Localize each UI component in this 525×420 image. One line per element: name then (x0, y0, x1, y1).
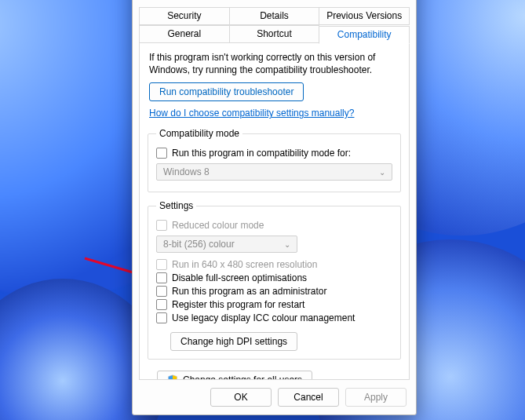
tab-details[interactable]: Details (229, 7, 320, 25)
ok-button[interactable]: OK (210, 388, 272, 407)
properties-dialog: Security Details Previous Versions Gener… (132, 0, 417, 415)
run-troubleshooter-button[interactable]: Run compatibility troubleshooter (149, 82, 304, 101)
change-all-users-button[interactable]: Change settings for all users (157, 371, 312, 380)
apply-button[interactable]: Apply (345, 388, 407, 407)
tab-body: If this program isn't working correctly … (139, 43, 410, 380)
chevron-down-icon: ⌄ (379, 168, 385, 177)
run-640-label: Run in 640 x 480 screen resolution (172, 259, 317, 270)
checkbox-icon (156, 286, 167, 297)
tab-general[interactable]: General (139, 25, 230, 43)
checkbox-icon (156, 272, 167, 283)
shield-icon (167, 374, 178, 380)
checkbox-icon (156, 299, 167, 310)
tab-security[interactable]: Security (139, 7, 230, 25)
register-restart-checkbox[interactable]: Register this program for restart (156, 299, 392, 310)
reduced-colour-checkbox[interactable]: Reduced colour mode (156, 220, 392, 231)
tab-shortcut[interactable]: Shortcut (229, 25, 320, 43)
checkbox-icon (156, 259, 167, 270)
legacy-icc-checkbox[interactable]: Use legacy display ICC colour management (156, 312, 392, 323)
disable-fullscreen-label: Disable full-screen optimisations (172, 272, 307, 283)
run-640-checkbox[interactable]: Run in 640 x 480 screen resolution (156, 259, 392, 270)
chevron-down-icon: ⌄ (284, 240, 290, 249)
settings-group: Settings Reduced colour mode 8-bit (256)… (148, 200, 401, 360)
intro-text: If this program isn't working correctly … (149, 51, 399, 76)
settings-legend: Settings (156, 200, 196, 211)
compat-mode-dropdown[interactable]: Windows 8 ⌄ (156, 163, 392, 181)
tab-strip: Security Details Previous Versions Gener… (139, 7, 410, 43)
reduced-colour-label: Reduced colour mode (172, 220, 264, 231)
compatibility-mode-legend: Compatibility mode (156, 128, 242, 139)
disable-fullscreen-checkbox[interactable]: Disable full-screen optimisations (156, 272, 392, 283)
compat-mode-checkbox-label: Run this program in compatibility mode f… (172, 148, 351, 159)
tab-previous-versions[interactable]: Previous Versions (319, 7, 410, 25)
colour-depth-dropdown[interactable]: 8-bit (256) colour ⌄ (156, 236, 297, 253)
high-dpi-button[interactable]: Change high DPI settings (170, 332, 297, 351)
cancel-button[interactable]: Cancel (278, 388, 339, 407)
compat-mode-dropdown-value: Windows 8 (163, 166, 210, 177)
register-restart-label: Register this program for restart (172, 299, 304, 310)
run-as-admin-label: Run this program as an administrator (172, 286, 326, 297)
checkbox-icon (156, 312, 167, 323)
compatibility-mode-group: Compatibility mode Run this program in c… (148, 128, 401, 192)
help-link[interactable]: How do I choose compatibility settings m… (149, 108, 354, 119)
run-as-admin-checkbox[interactable]: Run this program as an administrator (156, 286, 392, 297)
dialog-footer: OK Cancel Apply (139, 380, 410, 408)
colour-depth-value: 8-bit (256) colour (163, 239, 235, 250)
change-all-users-label: Change settings for all users (183, 374, 302, 380)
compat-mode-checkbox-row[interactable]: Run this program in compatibility mode f… (156, 148, 392, 159)
tab-compatibility[interactable]: Compatibility (319, 26, 410, 44)
checkbox-icon (156, 220, 167, 231)
checkbox-icon (156, 148, 167, 159)
legacy-icc-label: Use legacy display ICC colour management (172, 312, 355, 323)
